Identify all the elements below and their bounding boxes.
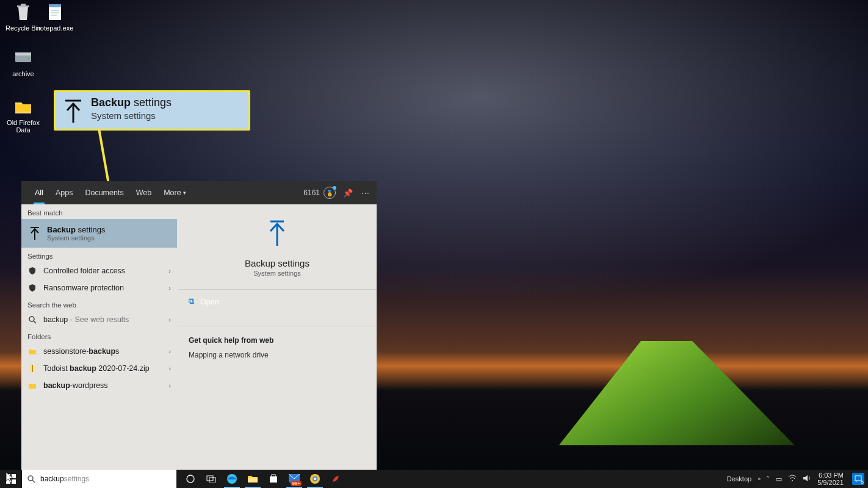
result-folder-sessionstore[interactable]: sessionstore-backups ›	[21, 343, 177, 360]
tray-battery-icon[interactable]: ▭	[776, 475, 782, 483]
svg-marker-36	[803, 475, 808, 481]
result-title: Backup settings	[47, 225, 105, 234]
preview-help-heading: Get quick help from web	[178, 326, 377, 348]
svg-point-13	[29, 317, 34, 321]
more-options-icon[interactable]: ⋯	[361, 188, 369, 198]
desktop-icon-label: archive	[2, 70, 44, 77]
recycle-bin-icon	[13, 2, 34, 23]
result-controlled-folder-access[interactable]: Controlled folder access ›	[21, 262, 177, 279]
svg-rect-27	[209, 478, 215, 483]
svg-marker-38	[856, 481, 858, 482]
taskbar-app-explorer[interactable]	[242, 470, 263, 488]
desktop-icon-archive[interactable]: archive	[2, 48, 44, 77]
search-results-list: Best match Backup settings System settin…	[21, 204, 177, 470]
backup-icon	[29, 226, 41, 241]
preview-open-action[interactable]: ⧉ Open	[178, 290, 377, 314]
result-web-backup[interactable]: backup - See web results ›	[21, 311, 177, 328]
backup-icon	[266, 219, 288, 248]
zip-icon	[27, 364, 37, 373]
taskbar-app-chrome[interactable]	[305, 470, 325, 488]
section-folders: Folders	[21, 328, 177, 343]
tray-chevron-up-icon[interactable]: ˄	[766, 475, 770, 483]
svg-point-7	[28, 58, 30, 60]
callout-subtitle: System settings	[91, 110, 243, 121]
svg-line-14	[34, 321, 36, 323]
result-backup-settings[interactable]: Backup settings System settings	[21, 219, 177, 248]
folder-icon	[27, 346, 37, 356]
rewards-badge-icon: 🏅	[324, 187, 336, 199]
taskbar-search-box[interactable]: backup settings	[22, 470, 176, 488]
chevron-right-icon: ›	[168, 382, 171, 389]
start-search-panel: All Apps Documents Web More 6161 🏅 📌 ⋯ B…	[21, 181, 377, 470]
shield-icon	[27, 266, 37, 276]
rewards-points[interactable]: 6161 🏅	[303, 187, 336, 199]
svg-rect-2	[49, 4, 61, 7]
search-typed-text: backup	[40, 475, 64, 483]
search-tab-more[interactable]: More	[157, 181, 192, 204]
shield-icon	[27, 283, 37, 293]
tray-date: 5/9/2021	[817, 479, 844, 486]
desktop-icon-old-firefox[interactable]: Old Firefox Data	[2, 96, 44, 134]
result-label: backup - See web results	[43, 315, 129, 324]
chevron-right-icon: ›	[168, 365, 171, 372]
section-settings: Settings	[21, 248, 177, 262]
svg-rect-37	[855, 476, 861, 481]
tray-overflow-icon[interactable]: ››	[758, 476, 760, 482]
result-folder-backup-wordpress[interactable]: backup-wordpress ›	[21, 377, 177, 394]
desktop-icon-label: Old Firefox Data	[2, 119, 44, 134]
tray-volume-icon[interactable]	[803, 475, 811, 483]
desktop-icon-notepad[interactable]: notepad.exe	[34, 2, 76, 32]
callout-backup-settings: Backup settings System settings	[54, 90, 250, 131]
rewards-points-value: 6161	[303, 188, 320, 197]
folder-icon	[27, 381, 37, 390]
mail-badge: 99+	[291, 481, 302, 486]
result-subtitle: System settings	[47, 234, 105, 242]
tray-clock[interactable]: 6:03 PM 5/9/2021	[817, 472, 844, 486]
section-web: Search the web	[21, 296, 177, 311]
search-tab-web[interactable]: Web	[130, 181, 157, 204]
result-label: Ransomware protection	[43, 284, 124, 292]
svg-rect-16	[32, 365, 33, 372]
tray-wifi-icon[interactable]	[788, 475, 797, 483]
result-label: sessionstore-backups	[43, 347, 119, 356]
taskbar-app-edge[interactable]	[222, 470, 242, 488]
svg-point-35	[792, 480, 793, 481]
preview-title: Backup settings	[245, 258, 309, 268]
pin-icon[interactable]: 📌	[343, 188, 353, 198]
search-ghost-text: settings	[64, 475, 89, 483]
tray-desktop-toolbar[interactable]: Desktop	[727, 475, 751, 483]
chevron-right-icon: ›	[168, 316, 171, 323]
wallpaper-tent	[538, 336, 795, 445]
action-center-button[interactable]	[852, 473, 864, 485]
result-label: Todoist backup 2020-07-24.zip	[43, 364, 150, 373]
system-tray: Desktop ›› ˄ ▭ 6:03 PM 5/9/2021	[723, 472, 868, 486]
search-tab-apps[interactable]: Apps	[49, 181, 79, 204]
svg-marker-39	[6, 472, 13, 483]
taskbar-app-mail[interactable]: 99+	[284, 470, 305, 488]
open-icon: ⧉	[189, 297, 194, 306]
chevron-right-icon: ›	[168, 284, 171, 292]
mouse-cursor	[6, 472, 13, 483]
section-best-match: Best match	[21, 204, 177, 219]
result-ransomware-protection[interactable]: Ransomware protection ›	[21, 279, 177, 296]
search-preview-pane: Backup settings System settings ⧉ Open G…	[177, 204, 377, 470]
taskbar-app-generic[interactable]	[325, 470, 346, 488]
tray-time: 6:03 PM	[817, 472, 844, 479]
search-tab-all[interactable]: All	[29, 181, 49, 204]
taskbar-app-store[interactable]	[263, 470, 284, 488]
notepad-icon	[45, 2, 65, 23]
preview-help-link[interactable]: Mapping a network drive	[178, 348, 377, 362]
svg-rect-26	[207, 476, 213, 481]
taskview-button[interactable]	[180, 470, 201, 488]
result-folder-todoist-zip[interactable]: Todoist backup 2020-07-24.zip ›	[21, 360, 177, 377]
preview-subtitle: System settings	[253, 270, 301, 277]
svg-point-34	[314, 478, 316, 480]
folder-icon	[13, 96, 34, 117]
drive-icon	[13, 48, 34, 68]
svg-rect-8	[15, 52, 31, 56]
search-tab-documents[interactable]: Documents	[79, 181, 129, 204]
backup-icon	[62, 98, 85, 126]
callout-title: Backup settings	[91, 96, 243, 109]
taskview-timeline-button[interactable]	[201, 470, 222, 488]
search-tabs-header: All Apps Documents Web More 6161 🏅 📌 ⋯	[21, 181, 377, 204]
